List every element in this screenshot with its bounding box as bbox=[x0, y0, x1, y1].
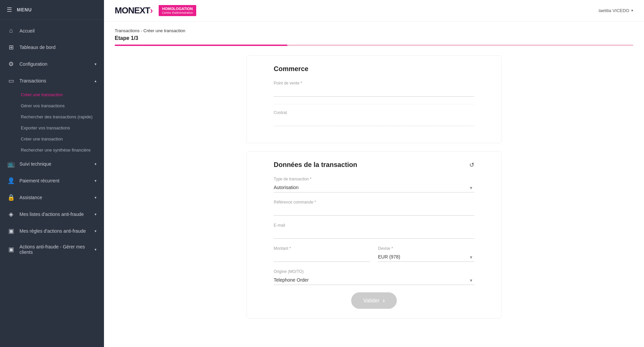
reference-commande-label: Référence commande * bbox=[274, 200, 474, 205]
type-transaction-select[interactable]: Autorisation Débit Crédit Annulation bbox=[274, 183, 474, 192]
hamburger-icon[interactable]: ☰ bbox=[7, 6, 12, 13]
sidebar-item-label: Accueil bbox=[19, 28, 97, 34]
sidebar-item-configuration[interactable]: ⚙ Configuration ▾ bbox=[0, 56, 104, 72]
monitor-icon: 📺 bbox=[7, 160, 15, 168]
sidebar-item-label: Paiement récurrent bbox=[19, 178, 90, 183]
origine-field: Origine (MO/TO) Telephone Order Mail Ord… bbox=[274, 269, 474, 285]
breadcrumb: Transactions - Créer une transaction bbox=[115, 28, 633, 33]
email-label: E-mail bbox=[274, 223, 474, 228]
commerce-section-header: Commerce bbox=[274, 65, 474, 73]
chevron-down-icon: ▾ bbox=[95, 162, 97, 166]
chevron-up-icon: ▴ bbox=[95, 79, 97, 83]
progress-bar bbox=[115, 45, 633, 46]
reference-commande-input[interactable] bbox=[274, 206, 474, 216]
valider-button[interactable]: Valider › bbox=[351, 292, 397, 309]
dashboard-icon: ⊞ bbox=[7, 44, 15, 51]
logo-area: MONEXT› HOMOLOGATION Centre d'administra… bbox=[115, 5, 196, 16]
sidebar-item-tableaux[interactable]: ⊞ Tableaux de bord bbox=[0, 39, 104, 56]
sidebar-item-assistance[interactable]: 🔒 Assistance ▾ bbox=[0, 189, 104, 206]
montant-input[interactable] bbox=[274, 252, 370, 262]
lock-icon: 🔒 bbox=[7, 194, 15, 201]
clients-icon: ▣ bbox=[7, 246, 15, 253]
refresh-icon[interactable]: ↺ bbox=[469, 161, 474, 169]
chevron-down-icon: ▾ bbox=[95, 212, 97, 217]
arrow-right-icon: › bbox=[383, 297, 385, 304]
contrat-input[interactable] bbox=[274, 116, 474, 126]
devise-field: Devise * EUR (978) USD (840) GBP (826) bbox=[378, 246, 474, 262]
transactions-submenu: Créer une transaction Gérer vos transact… bbox=[0, 89, 104, 156]
commerce-title: Commerce bbox=[274, 65, 308, 73]
origine-label: Origine (MO/TO) bbox=[274, 269, 474, 274]
field-divider bbox=[274, 104, 474, 104]
contrat-field: Contrat bbox=[274, 110, 474, 126]
type-transaction-select-wrapper: Autorisation Débit Crédit Annulation bbox=[274, 183, 474, 192]
logo-apostrophe: › bbox=[150, 5, 153, 15]
email-field: E-mail bbox=[274, 223, 474, 239]
devise-select-wrapper: EUR (978) USD (840) GBP (826) bbox=[378, 252, 474, 262]
sidebar-item-label: Assistance bbox=[19, 195, 90, 200]
sidebar-item-creer-transaction[interactable]: Créer une transaction bbox=[19, 89, 104, 100]
email-input[interactable] bbox=[274, 229, 474, 239]
sidebar-item-listes-anti-fraude[interactable]: ◈ Mes listes d'actions anti-fraude ▾ bbox=[0, 206, 104, 223]
sidebar-item-label: Actions anti-fraude - Gérer mes clients bbox=[19, 244, 90, 255]
point-de-vente-input[interactable] bbox=[274, 87, 474, 97]
sidebar-item-label: Suivi technique bbox=[19, 161, 90, 167]
type-transaction-label: Type de transaction * bbox=[274, 177, 474, 181]
sidebar-item-actions-anti-fraude[interactable]: ▣ Actions anti-fraude - Gérer mes client… bbox=[0, 239, 104, 259]
sidebar-item-label: Tableaux de bord bbox=[19, 45, 97, 50]
montant-label: Montant * bbox=[274, 246, 370, 251]
sidebar-item-transactions[interactable]: ▭ Transactions ▴ bbox=[0, 72, 104, 89]
sidebar-item-label: Mes règles d'actions anti-fraude bbox=[19, 228, 90, 234]
step-label: Etape 1/3 bbox=[115, 35, 633, 41]
sidebar-item-exporter-transactions[interactable]: Exporter vos transactions bbox=[19, 122, 104, 133]
chevron-down-icon: ▾ bbox=[95, 62, 97, 66]
main-content: MONEXT› HOMOLOGATION Centre d'administra… bbox=[104, 0, 644, 347]
sidebar: ☰ MENU ⌂ Accueil ⊞ Tableaux de bord ⚙ Co… bbox=[0, 0, 104, 347]
sidebar-item-suivi-technique[interactable]: 📺 Suivi technique ▾ bbox=[0, 156, 104, 172]
valider-button-wrapper: Valider › bbox=[274, 292, 474, 309]
homologation-badge: HOMOLOGATION Centre d'administration bbox=[159, 5, 196, 16]
point-de-vente-field: Point de vente * bbox=[274, 81, 474, 97]
chevron-down-icon: ▾ bbox=[95, 179, 97, 183]
gear-icon: ⚙ bbox=[7, 60, 15, 68]
sidebar-item-accueil[interactable]: ⌂ Accueil bbox=[0, 22, 104, 39]
person-icon: 👤 bbox=[7, 177, 15, 184]
transactions-icon: ▭ bbox=[7, 77, 15, 84]
transaction-title: Données de la transaction bbox=[274, 161, 357, 169]
sidebar-item-label: Mes listes d'actions anti-fraude bbox=[19, 212, 90, 217]
origine-select[interactable]: Telephone Order Mail Order bbox=[274, 275, 474, 285]
reference-commande-field: Référence commande * bbox=[274, 200, 474, 216]
progress-bar-fill bbox=[115, 45, 287, 46]
rules-icon: ▣ bbox=[7, 227, 15, 235]
menu-label: MENU bbox=[17, 7, 32, 12]
transaction-section-header: Données de la transaction ↺ bbox=[274, 161, 474, 169]
commerce-section: Commerce Point de vente * Contrat bbox=[247, 55, 501, 143]
sidebar-item-synthese-financiere[interactable]: Rechercher une synthèse financière bbox=[19, 144, 104, 156]
valider-label: Valider bbox=[363, 298, 380, 304]
transaction-section: Données de la transaction ↺ Type de tran… bbox=[247, 151, 501, 319]
chevron-down-icon: ▾ bbox=[95, 229, 97, 233]
user-chevron-icon: ▾ bbox=[631, 8, 633, 13]
user-name: laetitia VICEDO bbox=[599, 8, 629, 13]
sidebar-header: ☰ MENU bbox=[0, 0, 104, 20]
user-menu[interactable]: laetitia VICEDO ▾ bbox=[599, 8, 633, 13]
sidebar-item-creer-transaction-2[interactable]: Créer une transaction bbox=[19, 133, 104, 144]
sidebar-item-label: Configuration bbox=[19, 61, 90, 67]
chevron-down-icon: ▾ bbox=[95, 247, 97, 252]
logo: MONEXT› bbox=[115, 5, 153, 16]
sidebar-item-regles-anti-fraude[interactable]: ▣ Mes règles d'actions anti-fraude ▾ bbox=[0, 223, 104, 239]
montant-devise-row: Montant * Devise * EUR (978) USD (840) G… bbox=[274, 246, 474, 269]
point-de-vente-label: Point de vente * bbox=[274, 81, 474, 85]
sidebar-item-paiement-recurrent[interactable]: 👤 Paiement récurrent ▾ bbox=[0, 172, 104, 189]
devise-select[interactable]: EUR (978) USD (840) GBP (826) bbox=[378, 252, 474, 262]
chevron-down-icon: ▾ bbox=[95, 195, 97, 200]
sidebar-nav: ⌂ Accueil ⊞ Tableaux de bord ⚙ Configura… bbox=[0, 20, 104, 347]
montant-field: Montant * bbox=[274, 246, 370, 262]
sidebar-item-rechercher-rapide[interactable]: Rechercher des transactions (rapide) bbox=[19, 111, 104, 122]
topbar: MONEXT› HOMOLOGATION Centre d'administra… bbox=[104, 0, 644, 21]
sidebar-item-gerer-transactions[interactable]: Gérer vos transactions bbox=[19, 100, 104, 111]
sidebar-item-label: Transactions bbox=[19, 78, 90, 83]
filter-icon: ◈ bbox=[7, 211, 15, 218]
devise-label: Devise * bbox=[378, 246, 474, 251]
home-icon: ⌂ bbox=[7, 27, 15, 34]
